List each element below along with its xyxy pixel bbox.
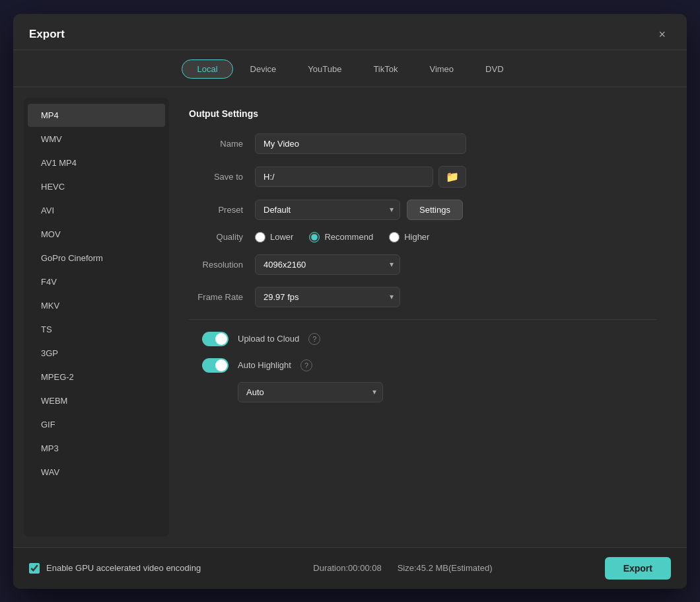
quality-label: Quality [189,232,255,242]
name-row: Name [189,133,656,154]
format-item-wmv[interactable]: WMV [28,128,165,151]
auto-select[interactable]: Auto Manual [238,382,383,402]
auto-select-wrapper: Auto Manual ▾ [189,382,656,402]
resolution-select[interactable]: 4096x2160 1920x1080 1280x720 3840x2160 [255,254,400,275]
auto-highlight-label: Auto Highlight [238,360,291,370]
format-item-f4v[interactable]: F4V [28,270,165,293]
preset-controls: Default Custom ▾ Settings [255,200,463,220]
gpu-label: Enable GPU accelerated video encoding [46,563,201,573]
save-to-row: Save to 📁 [189,166,656,188]
auto-highlight-row: Auto Highlight ? [189,358,656,373]
tab-device[interactable]: Device [236,59,291,79]
auto-highlight-toggle-knob [215,359,227,371]
format-item-mp3[interactable]: MP3 [28,437,165,460]
preset-select-container: Default Custom ▾ [255,200,400,220]
footer-info: Duration:00:00:08 Size:45.2 MB(Estimated… [313,563,492,573]
format-item-avi[interactable]: AVI [28,199,165,222]
dialog-footer: Enable GPU accelerated video encoding Du… [13,547,687,589]
save-to-label: Save to [189,172,255,182]
tab-vimeo[interactable]: Vimeo [415,59,468,79]
resolution-label: Resolution [189,260,255,270]
folder-browse-button[interactable]: 📁 [438,166,466,188]
auto-select-container: Auto Manual ▾ [238,382,383,402]
quality-recommend-radio[interactable] [309,232,320,243]
format-item-ts[interactable]: TS [28,318,165,341]
tab-tiktok[interactable]: TikTok [359,59,412,79]
format-item-mpeg2[interactable]: MPEG-2 [28,365,165,389]
tab-local[interactable]: Local [182,59,232,79]
size-info: Size:45.2 MB(Estimated) [398,563,493,573]
format-item-mov[interactable]: MOV [28,223,165,246]
toggle-knob [215,333,227,345]
dialog-title: Export [29,28,65,41]
save-to-controls: 📁 [255,166,466,188]
quality-lower-radio[interactable] [255,232,265,243]
export-dialog: Export × LocalDeviceYouTubeTikTokVimeoDV… [13,14,687,589]
dialog-header: Export × [13,14,687,50]
preset-row: Preset Default Custom ▾ Settings [189,200,656,220]
format-item-3gp[interactable]: 3GP [28,342,165,365]
tab-youtube[interactable]: YouTube [293,59,356,79]
quality-options: Lower Recommend Higher [255,232,656,243]
settings-panel: Output Settings Name Save to 📁 Preset [169,98,676,537]
preset-select[interactable]: Default Custom [255,200,400,220]
name-label: Name [189,139,255,149]
name-input[interactable] [255,133,466,154]
auto-highlight-toggle[interactable] [202,358,228,373]
format-item-av1mp4[interactable]: AV1 MP4 [28,151,165,174]
format-item-hevc[interactable]: HEVC [28,175,165,198]
quality-recommend-label: Recommend [324,232,373,242]
save-path-input[interactable] [255,167,433,187]
format-item-mkv[interactable]: MKV [28,294,165,317]
format-item-mp4[interactable]: MP4 [28,104,165,127]
preset-label: Preset [189,205,255,215]
frame-rate-label: Frame Rate [189,292,255,302]
upload-cloud-toggle[interactable] [202,332,228,346]
resolution-row: Resolution 4096x2160 1920x1080 1280x720 … [189,254,656,275]
quality-higher-option[interactable]: Higher [389,232,429,243]
frame-rate-select[interactable]: 29.97 fps 24 fps 30 fps 60 fps [255,287,400,307]
upload-cloud-help-icon[interactable]: ? [308,333,320,345]
quality-lower-option[interactable]: Lower [255,232,293,243]
gpu-checkbox[interactable] [29,563,40,574]
duration-info: Duration:00:00:08 [313,563,381,573]
tab-bar: LocalDeviceYouTubeTikTokVimeoDVD [13,50,687,87]
format-item-webm[interactable]: WEBM [28,389,165,412]
resolution-select-container: 4096x2160 1920x1080 1280x720 3840x2160 ▾ [255,254,400,275]
export-button[interactable]: Export [605,557,671,580]
quality-higher-label: Higher [404,232,429,242]
gpu-row: Enable GPU accelerated video encoding [29,563,201,574]
divider [189,319,656,320]
format-item-gif[interactable]: GIF [28,413,165,436]
format-item-gopro[interactable]: GoPro Cineform [28,246,165,270]
output-settings-title: Output Settings [189,108,656,119]
content-area: MP4WMVAV1 MP4HEVCAVIMOVGoPro CineformF4V… [13,87,687,547]
close-button[interactable]: × [653,26,671,43]
quality-row: Quality Lower Recommend Higher [189,232,656,243]
auto-highlight-help-icon[interactable]: ? [300,359,312,371]
frame-rate-row: Frame Rate 29.97 fps 24 fps 30 fps 60 fp… [189,287,656,307]
format-item-wav[interactable]: WAV [28,461,165,484]
upload-cloud-label: Upload to Cloud [238,334,299,344]
tab-dvd[interactable]: DVD [471,59,518,79]
settings-button[interactable]: Settings [407,200,463,220]
frame-rate-select-container: 29.97 fps 24 fps 30 fps 60 fps ▾ [255,287,400,307]
quality-recommend-option[interactable]: Recommend [309,232,373,243]
format-list: MP4WMVAV1 MP4HEVCAVIMOVGoPro CineformF4V… [24,98,169,537]
quality-lower-label: Lower [270,232,293,242]
upload-cloud-row: Upload to Cloud ? [189,332,656,346]
quality-higher-radio[interactable] [389,232,400,243]
